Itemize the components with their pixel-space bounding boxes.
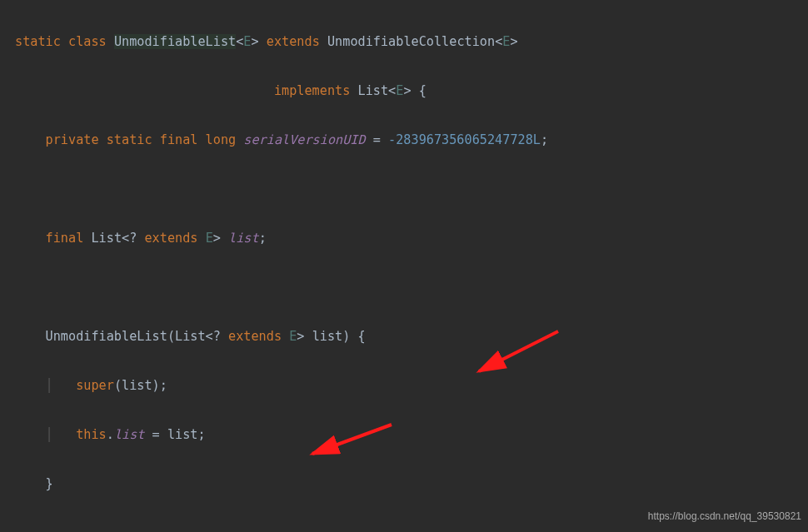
code-line: │ super(list); (0, 374, 808, 399)
code-line: } (0, 472, 808, 497)
class-name: UnmodifiableList (114, 34, 236, 49)
code-line: UnmodifiableList(List<? extends E> list)… (0, 325, 808, 350)
code-line: final List<? extends E> list; (0, 226, 808, 251)
code-line: private static final long serialVersionU… (0, 128, 808, 153)
code-line (0, 177, 808, 202)
code-line: static class UnmodifiableList<E> extends… (0, 30, 808, 55)
code-line: implements List<E> { (0, 79, 808, 104)
code-editor[interactable]: static class UnmodifiableList<E> extends… (0, 0, 808, 532)
code-line (0, 276, 808, 301)
watermark-text: https://blog.csdn.net/qq_39530821 (648, 505, 801, 530)
code-line: │ this.list = list; (0, 423, 808, 448)
